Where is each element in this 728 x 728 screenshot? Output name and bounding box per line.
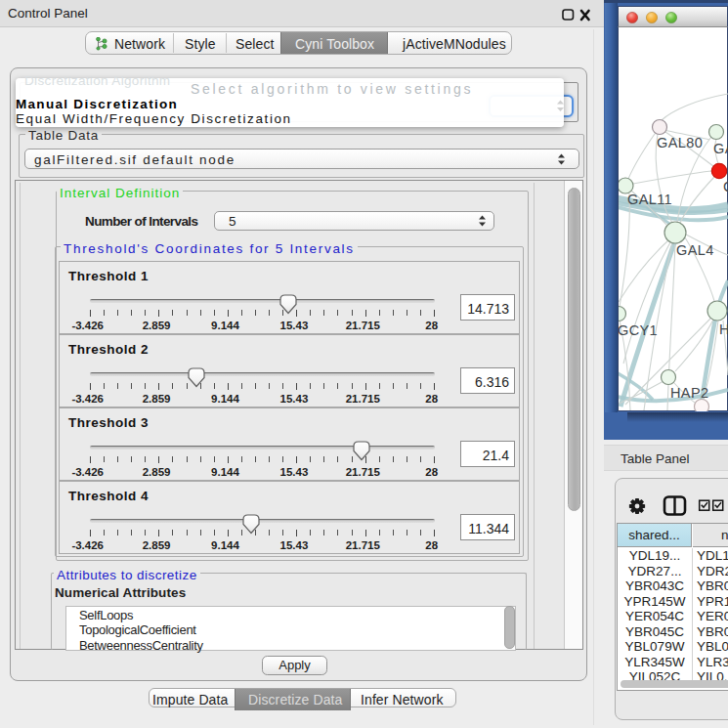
svg-text:GAL80: GAL80 <box>657 135 703 150</box>
svg-text:H: H <box>719 321 728 337</box>
svg-text:HAP2: HAP2 <box>670 385 708 401</box>
svg-text:GAL4: GAL4 <box>676 242 714 258</box>
svg-text:GA: GA <box>713 141 728 156</box>
svg-text:GAL11: GAL11 <box>627 192 672 207</box>
svg-text:C: C <box>723 179 728 194</box>
svg-text:GCY1: GCY1 <box>619 322 658 338</box>
